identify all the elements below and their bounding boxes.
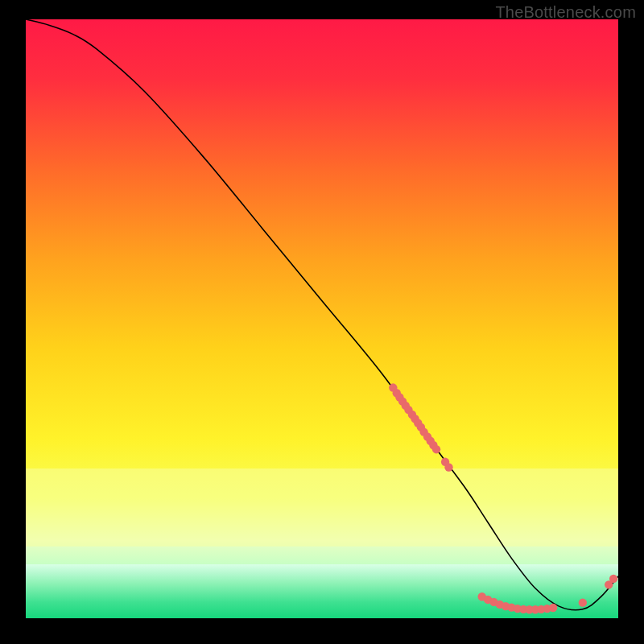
data-point [549,604,557,612]
plot-area [26,19,618,618]
yellow-band [26,469,618,547]
data-point [609,575,617,583]
data-point [444,463,452,471]
chart-svg [26,19,618,618]
data-point [432,445,440,453]
data-point [579,598,587,606]
chart-stage: TheBottleneck.com [0,0,644,644]
